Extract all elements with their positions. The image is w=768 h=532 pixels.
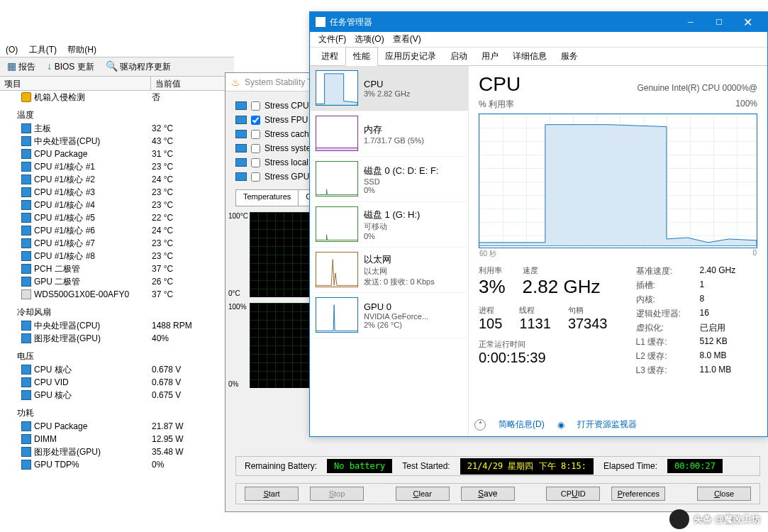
window-close-button[interactable]: ✕ [733, 12, 762, 32]
preferences-button[interactable]: Preferences [611, 487, 665, 501]
chevron-up-icon[interactable]: ˄ [474, 419, 486, 431]
sensor-label: GPU 核心 [34, 389, 72, 401]
temp-row[interactable]: CPU #1/核心 #823 °C [0, 250, 234, 262]
stress-check-label: Stress FPU [265, 115, 308, 125]
temp-row[interactable]: CPU #1/核心 #323 °C [0, 186, 234, 199]
power-row[interactable]: 图形处理器(GPU)35.48 W [0, 445, 234, 458]
menu-help[interactable]: 帮助(H) [67, 45, 96, 55]
driver-update-button[interactable]: 🔍 驱动程序更新 [106, 60, 171, 73]
tab-app-history[interactable]: 应用历史记录 [378, 48, 443, 65]
temp-row[interactable]: PCH 二极管37 °C [0, 262, 234, 275]
save-button[interactable]: Save [461, 487, 515, 501]
category-icon [4, 307, 14, 317]
category-power[interactable]: 功耗 [0, 406, 234, 420]
stress-checkbox[interactable] [251, 116, 260, 125]
sidebar-item-disk0[interactable]: 磁盘 0 (C: D: E: F:SSD0% [310, 157, 468, 202]
sidebar-item-sub2: 0% [364, 186, 438, 194]
category-label: 冷却风扇 [17, 306, 51, 318]
tm-titlebar[interactable]: 任务管理器 ─ ☐ ✕ [310, 12, 767, 32]
temp-row[interactable]: CPU #1/核心 #123 °C [0, 160, 234, 173]
volt-row[interactable]: GPU 核心0.675 V [0, 389, 234, 401]
tab-services[interactable]: 服务 [554, 48, 585, 65]
sidebar-item-cpu[interactable]: CPU3% 2.82 GHz [310, 66, 468, 111]
stress-checkbox[interactable] [251, 101, 260, 111]
tab-performance[interactable]: 性能 [345, 47, 378, 66]
temp-row[interactable]: CPU #1/核心 #624 °C [0, 224, 234, 237]
sidebar-item-disk1[interactable]: 磁盘 1 (G: H:)可移动0% [310, 202, 468, 248]
temp-row[interactable]: WDS500G1X0E-00AFY037 °C [0, 288, 234, 301]
perf-title: CPU [479, 73, 521, 96]
category-temperature[interactable]: 温度 [0, 108, 234, 122]
sensor-icon [21, 226, 31, 235]
tab-temperatures[interactable]: Temperatures [235, 190, 299, 206]
temp-row[interactable]: CPU #1/核心 #423 °C [0, 199, 234, 211]
sensor-icon [21, 365, 31, 375]
volt-row[interactable]: CPU 核心0.678 V [0, 363, 234, 376]
power-row[interactable]: CPU Package21.87 W [0, 420, 234, 433]
menu-view[interactable]: 查看(V) [390, 32, 424, 47]
temp-row[interactable]: 主板32 °C [0, 122, 234, 135]
start-button[interactable]: Start [245, 487, 299, 501]
sensor-value: 0.678 V [152, 365, 181, 375]
menu-options[interactable]: 选项(O) [352, 32, 386, 47]
clear-button[interactable]: Clear [396, 487, 450, 501]
sidebar-item-gpu[interactable]: GPU 0NVIDIA GeForce...2% (26 °C) [310, 293, 468, 338]
category-voltage[interactable]: 电压 [0, 349, 234, 363]
fan-row[interactable]: 中央处理器(CPU)1488 RPM [0, 319, 234, 332]
sidebar-thumb [316, 206, 358, 242]
sensor-icon [21, 123, 31, 133]
power-row[interactable]: GPU TDP%0% [0, 458, 234, 471]
intrusion-row[interactable]: 机箱入侵检测否 [0, 91, 234, 104]
sensor-icon [21, 421, 31, 431]
bios-update-button[interactable]: ↓ BIOS 更新 [47, 60, 94, 73]
category-label: 温度 [17, 109, 34, 121]
temp-row[interactable]: 中央处理器(CPU)43 °C [0, 135, 234, 148]
sensor-value: 23 °C [152, 187, 173, 197]
sensor-label: CPU #1/核心 #4 [34, 199, 95, 211]
temp-row[interactable]: GPU 二极管26 °C [0, 275, 234, 288]
sidebar-item-sub2: 发送: 0 接收: 0 Kbps [364, 277, 435, 287]
report-button[interactable]: ▦ 报告 [7, 60, 35, 73]
resmon-icon: ◉ [557, 420, 564, 430]
sensor-label: WDS500G1X0E-00AFY0 [34, 289, 129, 299]
stress-checkbox[interactable] [251, 158, 260, 167]
category-fans[interactable]: 冷却风扇 [0, 305, 234, 319]
brief-info-link[interactable]: 简略信息(D) [499, 419, 545, 431]
tab-processes[interactable]: 进程 [314, 48, 345, 65]
stop-button[interactable]: Stop [310, 487, 364, 501]
sensor-label: CPU 核心 [34, 364, 72, 376]
svg-rect-0 [316, 148, 357, 150]
sidebar-item-title: 以太网 [364, 253, 435, 266]
fan-row[interactable]: 图形处理器(GPU)40% [0, 332, 234, 345]
cpu-graph[interactable]: 60 秒 0 [479, 113, 757, 248]
column-item[interactable]: 项目 [0, 77, 151, 90]
stress-checkbox[interactable] [251, 144, 260, 153]
menu-file[interactable]: 文件(F) [316, 32, 349, 47]
temp-row[interactable]: CPU #1/核心 #224 °C [0, 173, 234, 186]
tab-startup[interactable]: 启动 [443, 48, 474, 65]
column-value[interactable]: 当前值 [151, 77, 234, 90]
sidebar-item-mem[interactable]: 内存1.7/31.7 GB (5%) [310, 111, 468, 157]
stress-checkbox[interactable] [251, 172, 260, 182]
tab-users[interactable]: 用户 [474, 48, 506, 65]
open-resmon-link[interactable]: 打开资源监视器 [577, 419, 637, 431]
temp-row[interactable]: CPU Package31 °C [0, 148, 234, 160]
maximize-button[interactable]: ☐ [705, 12, 733, 32]
temp-row[interactable]: CPU #1/核心 #723 °C [0, 237, 234, 250]
stress-checkbox[interactable] [251, 130, 260, 139]
sidebar-item-sub2: 2% (26 °C) [364, 321, 428, 329]
temp-row[interactable]: CPU #1/核心 #522 °C [0, 211, 234, 224]
close-button[interactable]: Close [697, 487, 751, 501]
menu-other[interactable]: (O) [6, 45, 18, 55]
power-row[interactable]: DIMM12.95 W [0, 433, 234, 445]
sst-status-bar: Remaining Battery: No battery Test Start… [235, 456, 760, 476]
menu-tools[interactable]: 工具(T) [29, 45, 57, 55]
tm-menubar: 文件(F) 选项(O) 查看(V) [310, 32, 767, 48]
check-icon [235, 116, 247, 124]
sidebar-item-eth[interactable]: 以太网以太网发送: 0 接收: 0 Kbps [310, 248, 468, 293]
volt-row[interactable]: CPU VID0.678 V [0, 376, 234, 389]
cpuid-button[interactable]: CPUID [546, 487, 600, 501]
speed-label: 速度 [523, 265, 601, 276]
minimize-button[interactable]: ─ [677, 12, 705, 32]
tab-details[interactable]: 详细信息 [506, 48, 554, 65]
